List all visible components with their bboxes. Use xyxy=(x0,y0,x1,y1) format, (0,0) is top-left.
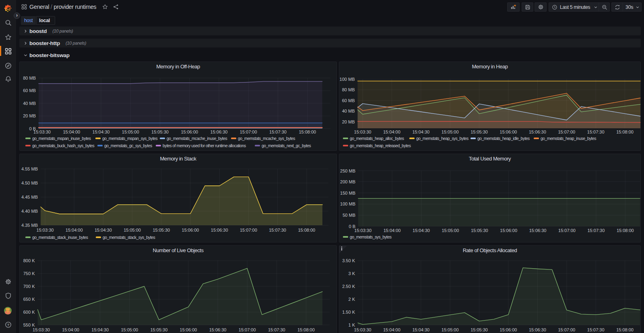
svg-text:15:04:00: 15:04:00 xyxy=(383,130,400,134)
svg-text:20 MB: 20 MB xyxy=(342,119,355,124)
svg-text:15:06:30: 15:06:30 xyxy=(209,327,227,332)
svg-text:15:07:00: 15:07:00 xyxy=(558,130,575,134)
svg-text:15:06:00: 15:06:00 xyxy=(180,327,197,332)
svg-text:4.40 MB: 4.40 MB xyxy=(21,209,38,214)
svg-text:15:06:30: 15:06:30 xyxy=(529,327,546,332)
svg-text:15:07:00: 15:07:00 xyxy=(240,130,257,134)
svg-text:15:04:00: 15:04:00 xyxy=(63,130,80,134)
svg-text:4.35 MB: 4.35 MB xyxy=(21,223,38,228)
svg-text:1.50 K: 1.50 K xyxy=(342,310,355,314)
svg-text:15:04:30: 15:04:30 xyxy=(413,228,430,233)
svg-text:15:06:00: 15:06:00 xyxy=(181,130,198,134)
svg-text:15:06:00: 15:06:00 xyxy=(500,327,517,332)
svg-text:15:03:30: 15:03:30 xyxy=(37,228,54,232)
svg-text:15:04:00: 15:04:00 xyxy=(62,327,79,332)
svg-text:15:04:30: 15:04:30 xyxy=(412,130,429,134)
svg-text:15:04:30: 15:04:30 xyxy=(91,327,109,332)
svg-text:15:05:00: 15:05:00 xyxy=(442,228,459,233)
svg-text:15:05:30: 15:05:30 xyxy=(153,228,170,232)
svg-text:?: ? xyxy=(7,323,9,327)
svg-text:15:06:30: 15:06:30 xyxy=(529,228,547,233)
svg-text:4.50 MB: 4.50 MB xyxy=(21,181,38,185)
svg-text:3.50 K: 3.50 K xyxy=(342,258,355,263)
svg-text:15:05:30: 15:05:30 xyxy=(471,228,488,233)
svg-text:15:08:00: 15:08:00 xyxy=(616,130,634,134)
svg-text:15:05:00: 15:05:00 xyxy=(442,130,459,134)
svg-text:15:03:30: 15:03:30 xyxy=(33,327,50,332)
svg-text:15:08:00: 15:08:00 xyxy=(617,228,634,233)
svg-text:15:06:30: 15:06:30 xyxy=(211,130,228,134)
svg-text:80 MB: 80 MB xyxy=(23,76,36,80)
svg-text:650 K: 650 K xyxy=(23,297,35,302)
svg-text:15:08:00: 15:08:00 xyxy=(299,130,316,134)
svg-text:4.45 MB: 4.45 MB xyxy=(21,195,38,199)
svg-text:15:06:00: 15:06:00 xyxy=(500,228,517,233)
svg-text:15:04:30: 15:04:30 xyxy=(93,130,110,134)
svg-text:15:03:30: 15:03:30 xyxy=(354,327,372,332)
svg-text:80 MB: 80 MB xyxy=(342,87,355,92)
svg-text:15:05:30: 15:05:30 xyxy=(151,130,169,134)
svg-text:40 MB: 40 MB xyxy=(342,109,355,113)
svg-text:15:03:30: 15:03:30 xyxy=(354,130,372,134)
svg-text:15:07:30: 15:07:30 xyxy=(587,327,605,332)
svg-text:800 K: 800 K xyxy=(23,258,35,263)
svg-text:15:05:00: 15:05:00 xyxy=(124,228,141,232)
svg-text:15:08:00: 15:08:00 xyxy=(297,327,315,332)
svg-text:15:06:30: 15:06:30 xyxy=(529,130,546,134)
svg-text:15:06:00: 15:06:00 xyxy=(182,228,199,232)
svg-text:15:07:00: 15:07:00 xyxy=(558,327,575,332)
svg-text:15:07:30: 15:07:30 xyxy=(269,130,287,134)
svg-text:100 MB: 100 MB xyxy=(340,201,355,206)
svg-text:150 MB: 150 MB xyxy=(340,191,355,195)
svg-text:1 K: 1 K xyxy=(348,323,355,327)
svg-text:15:04:00: 15:04:00 xyxy=(66,228,83,232)
svg-text:15:07:30: 15:07:30 xyxy=(587,130,605,134)
svg-text:4.55 MB: 4.55 MB xyxy=(21,166,38,171)
svg-text:600 K: 600 K xyxy=(23,310,35,314)
svg-text:15:07:30: 15:07:30 xyxy=(268,327,285,332)
svg-text:15:07:30: 15:07:30 xyxy=(587,228,605,233)
svg-text:15:06:30: 15:06:30 xyxy=(211,228,228,232)
svg-text:100 MB: 100 MB xyxy=(340,77,355,82)
svg-text:15:07:00: 15:07:00 xyxy=(558,228,576,233)
svg-text:15:07:00: 15:07:00 xyxy=(239,327,256,332)
svg-text:15:08:00: 15:08:00 xyxy=(616,327,634,332)
svg-text:15:05:30: 15:05:30 xyxy=(471,130,488,134)
svg-text:40 MB: 40 MB xyxy=(23,101,36,106)
svg-text:15:07:00: 15:07:00 xyxy=(240,228,257,232)
svg-text:15:08:00: 15:08:00 xyxy=(298,228,315,232)
svg-text:2.50 K: 2.50 K xyxy=(342,284,355,289)
svg-text:700 K: 700 K xyxy=(23,284,35,289)
svg-text:15:05:00: 15:05:00 xyxy=(122,130,139,134)
svg-text:15:04:30: 15:04:30 xyxy=(412,327,429,332)
svg-text:15:04:00: 15:04:00 xyxy=(383,327,400,332)
svg-text:200 MB: 200 MB xyxy=(340,179,355,184)
svg-text:250 MB: 250 MB xyxy=(340,169,355,173)
svg-text:15:05:00: 15:05:00 xyxy=(442,327,459,332)
svg-text:2 K: 2 K xyxy=(348,297,355,302)
svg-text:15:06:00: 15:06:00 xyxy=(500,130,517,134)
svg-text:60 MB: 60 MB xyxy=(342,98,355,103)
svg-text:15:04:30: 15:04:30 xyxy=(95,228,112,232)
svg-text:15:03:30: 15:03:30 xyxy=(33,130,51,134)
svg-text:3 K: 3 K xyxy=(348,271,355,276)
svg-text:50 MB: 50 MB xyxy=(343,213,355,218)
svg-text:15:04:00: 15:04:00 xyxy=(384,228,401,233)
svg-text:15:05:30: 15:05:30 xyxy=(150,327,167,332)
svg-text:15:03:30: 15:03:30 xyxy=(354,228,372,233)
svg-text:15:07:30: 15:07:30 xyxy=(269,228,286,232)
svg-text:15:05:30: 15:05:30 xyxy=(471,327,488,332)
svg-text:750 K: 750 K xyxy=(23,271,35,276)
svg-text:15:05:00: 15:05:00 xyxy=(121,327,138,332)
svg-text:60 MB: 60 MB xyxy=(23,88,36,93)
svg-text:20 MB: 20 MB xyxy=(23,113,36,118)
svg-text:550 K: 550 K xyxy=(23,323,35,327)
